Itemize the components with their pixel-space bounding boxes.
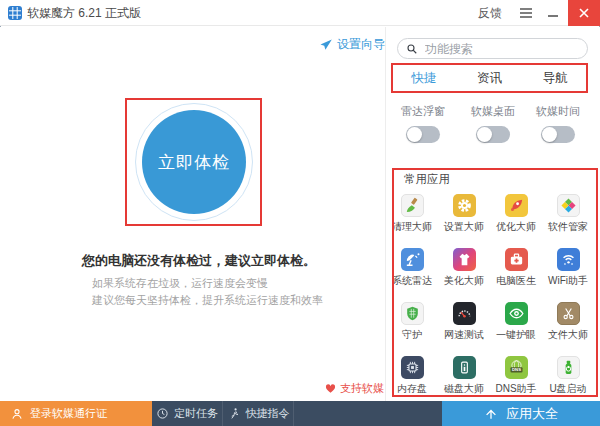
app-guard[interactable]: 守护: [386, 298, 438, 352]
hamburger-icon: [520, 8, 532, 18]
tab-news[interactable]: 资讯: [457, 63, 523, 93]
bottom-bar: 登录软媒通行证 定时任务 快捷指令 应用大全: [0, 401, 600, 426]
app-disk-master[interactable]: 磁盘大师: [438, 352, 490, 406]
health-tip-2: 建议您每天坚持体检，提升系统运行速度和效率: [92, 293, 323, 308]
quick-commands-button[interactable]: 快捷指令: [224, 401, 294, 426]
health-headline: 您的电脑还没有体检过，建议立即体检。: [82, 252, 316, 270]
window-title: 软媒魔方 6.21 正式版: [27, 0, 141, 26]
app-usb-boot[interactable]: U盘启动: [542, 352, 594, 406]
scheduled-tasks-button[interactable]: 定时任务: [152, 401, 223, 426]
menu-button[interactable]: [516, 0, 536, 26]
app-window: 软媒魔方 6.21 正式版 反馈 设置向导 立即体检 您的电脑还没有体检过，建: [0, 0, 600, 426]
usb-boot-icon: [557, 356, 580, 379]
toggle-knob: [477, 127, 492, 142]
dns-icon-text: DNS: [512, 367, 521, 372]
minimize-button[interactable]: [543, 0, 563, 26]
disk-master-icon: [453, 356, 476, 379]
app-label: 一键护眼: [496, 328, 536, 342]
close-button[interactable]: [568, 0, 600, 26]
login-button[interactable]: 登录软媒通行证: [0, 401, 152, 426]
app-label: 美化大师: [444, 274, 484, 288]
optimize-master-icon: [505, 194, 528, 217]
arrow-up-icon: [484, 407, 498, 421]
app-label: 软件管家: [548, 220, 588, 234]
app-label: 清理大师: [392, 220, 432, 234]
app-label: 磁盘大师: [444, 382, 484, 396]
all-apps-label: 应用大全: [506, 405, 558, 423]
quick-commands-label: 快捷指令: [246, 406, 290, 421]
search-box: [397, 38, 588, 59]
app-eye-protection[interactable]: 一键护眼: [490, 298, 542, 352]
app-speed-test[interactable]: 网速测试: [438, 298, 490, 352]
tab-news-label: 资讯: [477, 70, 502, 87]
toggle-desktop-label: 软媒桌面: [471, 104, 515, 119]
settings-master-icon: [453, 194, 476, 217]
toggle-time: 软媒时间: [533, 104, 583, 143]
app-pc-doctor[interactable]: 电脑医生: [490, 244, 542, 298]
tab-nav-label: 导航: [543, 70, 568, 87]
app-label: 设置大师: [444, 220, 484, 234]
support-link[interactable]: 支持软媒: [325, 381, 384, 396]
beautify-master-icon: [453, 248, 476, 271]
app-settings-master[interactable]: 设置大师: [438, 190, 490, 244]
toggle-time-label: 软媒时间: [536, 104, 580, 119]
app-software-manager[interactable]: 软件管家: [542, 190, 594, 244]
tab-nav[interactable]: 导航: [522, 63, 588, 93]
file-master-icon: [557, 302, 580, 325]
toggle-desktop-switch[interactable]: [476, 126, 510, 143]
scheduled-tasks-label: 定时任务: [174, 406, 218, 421]
close-icon: [579, 8, 589, 18]
search-input[interactable]: [423, 41, 573, 57]
app-optimize-master[interactable]: 优化大师: [490, 190, 542, 244]
software-manager-icon: [557, 194, 580, 217]
health-tip-1: 如果系统存在垃圾，运行速度会变慢: [92, 276, 268, 291]
app-ram-disk[interactable]: 内存盘: [386, 352, 438, 406]
search-icon: [406, 43, 418, 55]
app-dns-assistant[interactable]: DNS DNS助手: [490, 352, 542, 406]
heart-icon: [325, 383, 336, 394]
app-file-master[interactable]: 文件大师: [542, 298, 594, 352]
app-beautify-master[interactable]: 美化大师: [438, 244, 490, 298]
app-wifi-assistant[interactable]: WiFi助手: [542, 244, 594, 298]
paper-plane-icon: [319, 38, 333, 52]
app-clean-master[interactable]: 清理大师: [386, 190, 438, 244]
app-label: 优化大师: [496, 220, 536, 234]
eye-protection-icon: [505, 302, 528, 325]
toggle-radar-float-switch[interactable]: [406, 126, 440, 143]
ram-disk-icon: [401, 356, 424, 379]
feedback-link[interactable]: 反馈: [478, 0, 502, 26]
app-label: 内存盘: [397, 382, 427, 396]
app-label: U盘启动: [549, 382, 586, 396]
login-label: 登录软媒通行证: [30, 406, 107, 421]
tab-bar: 快捷 资讯 导航: [391, 63, 588, 93]
minimize-icon: [548, 8, 558, 18]
app-label: 系统雷达: [392, 274, 432, 288]
check-now-label: 立即体检: [158, 151, 230, 174]
running-person-icon: [228, 407, 241, 420]
app-label: 守护: [402, 328, 422, 342]
toggle-time-switch[interactable]: [541, 126, 575, 143]
app-label: WiFi助手: [548, 274, 588, 288]
guard-icon: [401, 302, 424, 325]
toggle-knob: [542, 127, 557, 142]
app-label: 网速测试: [444, 328, 484, 342]
tab-quick[interactable]: 快捷: [391, 63, 457, 93]
active-tab-underline: [396, 91, 452, 93]
app-label: 电脑医生: [496, 274, 536, 288]
toggle-desktop: 软媒桌面: [468, 104, 518, 143]
app-system-radar[interactable]: 系统雷达: [386, 244, 438, 298]
app-label: DNS助手: [495, 382, 536, 396]
check-now-button[interactable]: 立即体检: [142, 110, 246, 214]
app-grid: 清理大师 设置大师 优化大师: [386, 190, 594, 406]
dns-assistant-icon: DNS: [505, 356, 528, 379]
app-label: 文件大师: [548, 328, 588, 342]
toggle-radar-float: 雷达浮窗: [398, 104, 448, 143]
speed-test-icon: [453, 302, 476, 325]
setup-wizard-label: 设置向导: [337, 36, 385, 53]
all-apps-button[interactable]: 应用大全: [442, 401, 600, 426]
apps-section-header: 常用应用: [404, 172, 450, 187]
support-label: 支持软媒: [340, 381, 384, 396]
clean-master-icon: [401, 194, 424, 217]
pc-doctor-icon: [505, 248, 528, 271]
setup-wizard-link[interactable]: 设置向导: [319, 36, 385, 53]
